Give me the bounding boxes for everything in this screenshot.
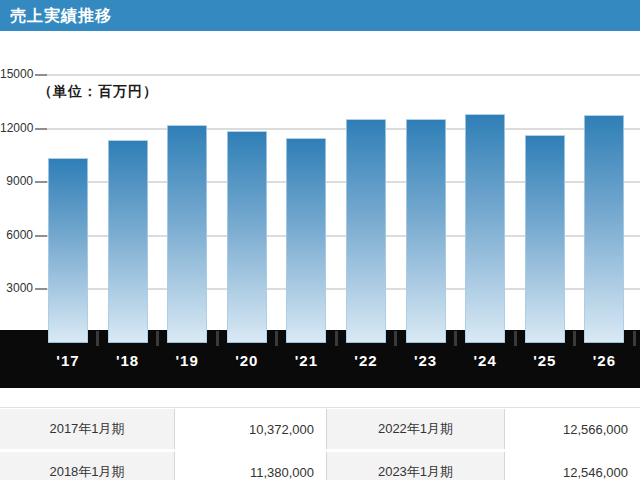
bar-26: [584, 115, 624, 343]
x-axis-tick: [514, 331, 517, 346]
amount-value-cell: 12,546,000: [505, 452, 640, 480]
x-axis-tick: [335, 331, 338, 346]
table-row: 2017年1月期10,372,0002022年1月期12,566,000: [0, 409, 640, 449]
bar-17: [48, 158, 88, 343]
amount-value-cell: 10,372,000: [175, 409, 327, 449]
x-axis-tick: [156, 331, 159, 346]
gridline: [47, 128, 640, 130]
bar-18: [108, 140, 148, 343]
y-axis-label: 3000: [0, 281, 33, 295]
period-label-cell: 2018年1月期: [0, 452, 175, 480]
bar-19: [167, 125, 207, 343]
y-axis-label: 9000: [0, 174, 33, 188]
table-row: 2018年1月期11,380,0002023年1月期12,546,000: [0, 452, 640, 480]
x-axis-year-label: '24: [455, 352, 515, 369]
x-axis-year-label: '22: [336, 352, 396, 369]
sales-bar-chart: （単位：百万円） 3000600090001200015000 '17'18'1…: [0, 31, 640, 388]
sales-table: 2017年1月期10,372,0002022年1月期12,566,0002018…: [0, 407, 640, 480]
y-axis-tick: [35, 181, 47, 183]
page-title: 売上実績推移: [10, 0, 112, 31]
x-axis-year-label: '17: [38, 352, 98, 369]
x-axis-year-label: '26: [574, 352, 634, 369]
period-label-cell: 2017年1月期: [0, 409, 175, 449]
unit-label: （単位：百万円）: [38, 83, 158, 101]
period-label-cell: 2022年1月期: [327, 409, 505, 449]
y-axis-tick: [35, 74, 47, 76]
x-axis-year-label: '20: [217, 352, 277, 369]
x-axis-tick: [96, 331, 99, 346]
x-axis-tick: [454, 331, 457, 346]
bar-23: [406, 119, 446, 343]
gridline: [47, 74, 640, 76]
bar-25: [525, 135, 565, 343]
x-axis-tick: [394, 331, 397, 346]
x-axis-tick: [633, 331, 636, 346]
amount-value-cell: 11,380,000: [175, 452, 327, 480]
x-axis-year-label: '18: [98, 352, 158, 369]
page-title-bar: 売上実績推移: [0, 0, 640, 31]
y-axis-tick: [35, 128, 47, 130]
period-label-cell: 2023年1月期: [327, 452, 505, 480]
page: 売上実績推移 （単位：百万円） 3000600090001200015000 '…: [0, 0, 640, 480]
y-axis-tick: [35, 235, 47, 237]
bar-21: [286, 138, 326, 344]
x-axis-year-label: '25: [515, 352, 575, 369]
y-axis-tick: [35, 288, 47, 290]
amount-value-cell: 12,566,000: [505, 409, 640, 449]
x-axis-tick: [573, 331, 576, 346]
y-axis-label: 15000: [0, 67, 33, 81]
x-axis-year-label: '19: [157, 352, 217, 369]
x-axis-tick: [275, 331, 278, 346]
x-axis-year-label: '21: [276, 352, 336, 369]
bar-20: [227, 131, 267, 343]
y-axis-label: 12000: [0, 121, 33, 135]
x-axis-tick: [216, 331, 219, 346]
y-axis-label: 6000: [0, 228, 33, 242]
x-axis-year-label: '23: [396, 352, 456, 369]
bar-22: [346, 119, 386, 344]
bar-24: [465, 114, 505, 343]
